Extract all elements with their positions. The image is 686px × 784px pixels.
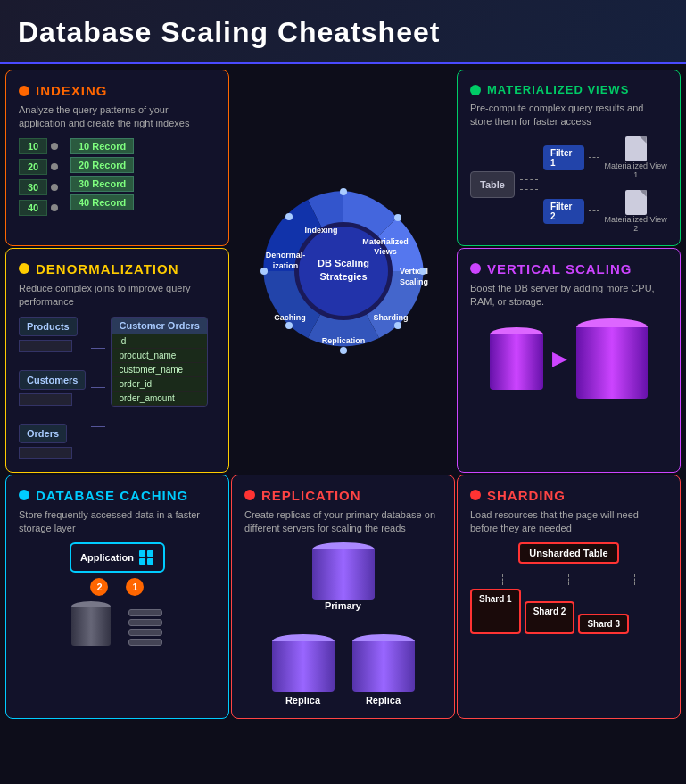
vertscale-dot: [470, 263, 481, 274]
arrow-down-row: [320, 616, 366, 629]
caching-title: DATABASE CACHING: [19, 488, 216, 503]
customers-box: Customers: [19, 370, 86, 390]
caching-section: DATABASE CACHING Store frequently access…: [5, 475, 229, 720]
primary-container: Primary: [312, 542, 375, 611]
entity-list: Products Customers Orders: [19, 317, 86, 459]
svg-rect-0: [139, 550, 145, 557]
svg-rect-2: [139, 558, 145, 565]
matview2-doc: Materialized View 2: [604, 190, 667, 233]
unsharded-box: Unsharded Table: [518, 542, 618, 564]
entity-customers: Customers: [19, 370, 86, 406]
wheel-label-denorm1: Denormal-: [265, 251, 305, 260]
wheel-label-indexing: Indexing: [304, 226, 337, 235]
replication-label: REPLICATION: [261, 488, 361, 503]
cache-badge-1: 1: [126, 578, 144, 596]
shards-row: Shard 1 Shard 2 Shard 3: [470, 589, 667, 634]
wheel-dot-topleft: [285, 213, 293, 220]
indexing-section: INDEXING Analyze the query patterns of y…: [5, 70, 229, 246]
denorm-table-header: Customer Orders: [112, 318, 206, 334]
large-cyl-body: [576, 327, 648, 399]
indexing-dot: [19, 86, 29, 96]
wheel-label-matviews: Materialized: [362, 237, 409, 246]
denorm-row-product: product_name: [112, 349, 206, 363]
filter-row-1: Filter 1 Materialized View 1: [543, 136, 667, 179]
filter-row-2: Filter 2 Materialized View 2: [543, 190, 667, 233]
shard1-box: Shard 1: [470, 589, 521, 634]
denorm-dot: [19, 263, 29, 274]
dot-30: [51, 184, 58, 191]
filters-col: Filter 1 Materialized View 1 Filter 2 Ma…: [543, 136, 667, 233]
index-row-40: 40: [19, 200, 65, 216]
matview1-icon: [625, 136, 647, 161]
unsharded-container: Unsharded Table: [470, 542, 667, 569]
indexing-label: INDEXING: [36, 83, 108, 98]
denorm-diagram: Products Customers Orders: [19, 317, 216, 459]
wheel-label-replication: Replication: [321, 336, 365, 345]
key-20: 20: [19, 159, 47, 175]
caching-desc: Store frequently accessed data in a fast…: [19, 508, 216, 536]
shard-arrow-3: [634, 574, 635, 585]
index-row-20: 20: [19, 159, 65, 175]
center-wheel-section: Indexing Materialized Views Vertical Sca…: [231, 70, 455, 473]
svg-rect-3: [147, 558, 153, 565]
dot-10: [51, 143, 58, 150]
index-keys: 10 20 30 40: [19, 138, 65, 218]
dashed-line-1: [520, 179, 538, 180]
replication-dot: [244, 490, 255, 500]
matviews-dot: [470, 85, 481, 95]
stack-4: [128, 639, 162, 646]
shard-arrow-1: [502, 574, 503, 585]
vertscale-section: VERTICAL SCALING Boost the DB server by …: [457, 248, 681, 473]
small-cyl-body: [490, 334, 543, 390]
rep1-cyl-body: [272, 641, 335, 692]
replica2-label: Replica: [366, 695, 401, 706]
record-20: 20 Record: [70, 157, 134, 173]
cylinders-row: ▶: [470, 318, 667, 399]
wheel-dot-left: [260, 268, 268, 275]
matviews-section: MATERIALIZED VIEWS Pre-compute complex q…: [457, 70, 681, 246]
wheel-dot-topright: [394, 214, 401, 221]
index-row-30: 30: [19, 179, 65, 195]
wheel-dot-right: [419, 268, 426, 275]
record-10: 10 Record: [70, 138, 134, 154]
index-records: 10 Record 20 Record 30 Record 40 Record: [70, 138, 134, 210]
stack-1: [128, 609, 162, 616]
vertscale-label: VERTICAL SCALING: [487, 261, 632, 276]
products-bar: [19, 340, 72, 352]
entity-products: Products: [19, 317, 86, 352]
sharding-section: SHARDING Load resources that the page wi…: [457, 475, 681, 720]
filter2-box: Filter 2: [543, 199, 584, 224]
conn1: [91, 348, 105, 349]
wheel-label-matviews2: Views: [374, 247, 396, 256]
matviews-title: MATERIALIZED VIEWS: [470, 83, 667, 96]
replication-desc: Create replicas of your primary database…: [244, 508, 442, 536]
wheel-label-sharding: Sharding: [373, 313, 408, 322]
sharding-label: SHARDING: [487, 488, 566, 503]
denorm-row-orderid: order_id: [112, 377, 206, 392]
vertscale-title: VERTICAL SCALING: [470, 261, 667, 276]
wheel-center-label2: Strategies: [319, 271, 367, 282]
cache-badge-2: 2: [90, 578, 108, 596]
replicas-row: Replica Replica: [272, 634, 415, 706]
large-cyl-container: [576, 318, 648, 399]
wheel-label-caching: Caching: [274, 313, 306, 322]
matviews-diagram: Table Filter 1 Materialized View 1: [470, 136, 667, 233]
orders-box: Orders: [19, 424, 67, 443]
table-box: Table: [470, 171, 515, 198]
sharding-title: SHARDING: [470, 488, 667, 503]
page-header: Database Scaling Cheatsheet: [0, 0, 686, 64]
wheel-label-denorm2: ization: [272, 261, 298, 270]
stack-2: [128, 619, 162, 626]
main-grid: INDEXING Analyze the query patterns of y…: [0, 64, 686, 724]
orders-bar: [19, 447, 72, 459]
wheel-dot-botright: [394, 322, 401, 329]
customers-bar: [19, 393, 72, 406]
index-table: 10 20 30 40: [19, 138, 216, 218]
caching-dot: [19, 490, 29, 500]
sharding-desc: Load resources that the page will need b…: [470, 508, 667, 536]
replica1-cylinder: [272, 634, 335, 692]
connectors: [91, 317, 105, 459]
page-title: Database Scaling Cheatsheet: [18, 16, 668, 49]
shard-arrows: [470, 574, 667, 585]
scale-arrow: ▶: [552, 347, 567, 370]
